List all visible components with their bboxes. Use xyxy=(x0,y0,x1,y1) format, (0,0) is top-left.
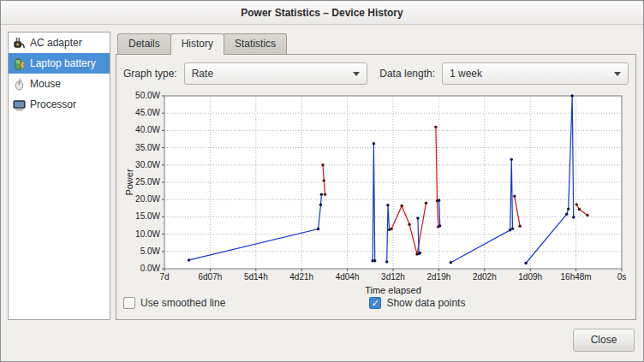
svg-text:4d04h: 4d04h xyxy=(336,272,360,282)
chevron-down-icon xyxy=(353,72,360,76)
tab-label: Details xyxy=(128,38,160,50)
titlebar[interactable]: Power Statistics – Device History xyxy=(1,1,643,25)
graph-type-value: Rate xyxy=(192,68,213,80)
svg-text:2d02h: 2d02h xyxy=(473,272,497,282)
svg-text:10.0W: 10.0W xyxy=(135,229,160,239)
data-length-label: Data length: xyxy=(379,68,435,80)
device-list: AC adapter Laptop battery xyxy=(8,32,110,320)
device-item-ac-adapter[interactable]: AC adapter xyxy=(9,33,110,53)
svg-text:16h48m: 16h48m xyxy=(561,272,592,282)
svg-text:5.0W: 5.0W xyxy=(140,246,161,256)
close-button[interactable]: Close xyxy=(573,329,635,352)
tab-details[interactable]: Details xyxy=(117,33,171,54)
processor-icon xyxy=(12,98,26,111)
window-body: AC adapter Laptop battery xyxy=(1,25,643,327)
main-panel: Details History Statistics Graph type: R… xyxy=(116,32,636,320)
graph-type-label: Graph type: xyxy=(123,68,177,80)
tab-label: Statistics xyxy=(235,38,276,50)
device-item-label: Mouse xyxy=(30,78,61,90)
device-item-processor[interactable]: Processor xyxy=(9,94,110,115)
power-statistics-window: Power Statistics – Device History AC ada… xyxy=(0,0,644,362)
svg-text:6d07h: 6d07h xyxy=(198,272,222,282)
svg-text:35.0W: 35.0W xyxy=(135,143,160,152)
svg-text:15.0W: 15.0W xyxy=(135,211,160,221)
device-item-mouse[interactable]: Mouse xyxy=(9,74,110,94)
svg-text:Power: Power xyxy=(124,169,134,196)
history-tab-page: Graph type: Rate Data length: 1 week 0.0… xyxy=(116,54,636,320)
svg-text:25.0W: 25.0W xyxy=(135,177,160,187)
tab-history[interactable]: History xyxy=(170,33,224,55)
chevron-down-icon xyxy=(614,72,621,76)
mouse-icon xyxy=(12,77,26,91)
device-item-label: AC adapter xyxy=(30,37,82,49)
graph-type-select[interactable]: Rate xyxy=(184,62,368,85)
ac-adapter-icon xyxy=(12,36,26,50)
battery-icon xyxy=(12,56,26,70)
show-data-points-option[interactable]: ✓ Show data points xyxy=(369,297,465,309)
smoothed-line-checkbox[interactable] xyxy=(123,297,135,309)
data-length-value: 1 week xyxy=(450,68,482,80)
svg-text:40.0W: 40.0W xyxy=(135,125,160,134)
device-item-laptop-battery[interactable]: Laptop battery xyxy=(9,53,110,74)
use-smoothed-line-option[interactable]: Use smoothed line xyxy=(123,297,225,309)
svg-text:50.0W: 50.0W xyxy=(135,91,160,100)
svg-text:0.0W: 0.0W xyxy=(140,264,161,273)
svg-text:3d12h: 3d12h xyxy=(381,272,405,282)
tab-statistics[interactable]: Statistics xyxy=(224,33,287,54)
device-item-label: Processor xyxy=(30,98,76,110)
tab-bar: Details History Statistics xyxy=(116,32,636,54)
show-data-points-checkbox[interactable]: ✓ xyxy=(369,297,381,309)
options-row: Use smoothed line ✓ Show data points xyxy=(123,294,629,312)
svg-text:4d21h: 4d21h xyxy=(289,272,313,282)
device-item-label: Laptop battery xyxy=(30,57,96,69)
tab-label: History xyxy=(182,38,213,50)
svg-text:30.0W: 30.0W xyxy=(135,160,160,169)
data-length-select[interactable]: 1 week xyxy=(442,62,629,85)
svg-text:5d14h: 5d14h xyxy=(244,272,268,282)
smoothed-line-label: Use smoothed line xyxy=(140,297,225,309)
controls-row: Graph type: Rate Data length: 1 week xyxy=(123,62,629,86)
svg-text:1d09h: 1d09h xyxy=(518,272,542,282)
footer: Close xyxy=(1,327,643,361)
svg-text:2d19h: 2d19h xyxy=(426,272,450,282)
svg-text:7d: 7d xyxy=(159,272,169,282)
window-title: Power Statistics – Device History xyxy=(241,7,402,19)
show-data-points-label: Show data points xyxy=(386,297,465,309)
svg-text:0s: 0s xyxy=(617,272,627,282)
history-chart: 0.0W5.0W10.0W15.0W20.0W25.0W30.0W35.0W40… xyxy=(123,89,629,292)
svg-text:45.0W: 45.0W xyxy=(135,108,160,117)
svg-text:20.0W: 20.0W xyxy=(135,194,160,204)
